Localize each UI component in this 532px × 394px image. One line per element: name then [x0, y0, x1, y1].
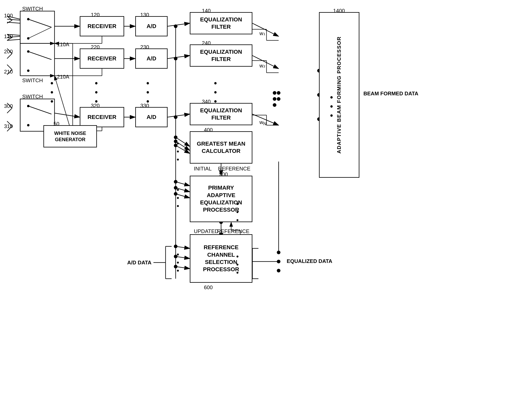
label-110a: 110A	[57, 41, 69, 48]
label-50: 50	[53, 121, 59, 127]
svg-point-97	[277, 260, 280, 263]
dots-paep-in: •••	[177, 186, 179, 210]
label-200: 200	[4, 48, 13, 55]
svg-point-72	[273, 91, 276, 95]
reference-top-label: REFERENCE	[218, 166, 250, 172]
eq-filter-1: EQUALIZATIONFILTER	[190, 12, 252, 34]
switch1-label: SWITCH	[22, 6, 43, 12]
label-500: 500	[219, 171, 228, 177]
label-130: 130	[140, 12, 149, 18]
reference-bot-label: REFERENCE	[217, 228, 249, 234]
svg-point-25	[27, 69, 30, 72]
ad-data-label: A/D DATA	[127, 259, 151, 266]
svg-line-6	[7, 19, 20, 20]
svg-line-69	[252, 23, 279, 36]
abfp-block: ADAPTIVE BEAM FORMING PROCESSOR	[319, 12, 359, 178]
label-120: 120	[91, 12, 99, 18]
dots-eq: •••	[214, 79, 217, 106]
svg-point-98	[277, 269, 280, 272]
svg-rect-3	[20, 43, 55, 76]
paep-block: PRIMARYADAPTIVEEQUALIZATIONPROCESSOR	[190, 176, 252, 222]
ad-2: A/D	[135, 48, 168, 69]
svg-rect-2	[20, 11, 55, 43]
svg-line-44	[168, 23, 190, 26]
receiver-3: RECEIVER	[80, 107, 124, 127]
label-210a: 210A	[57, 74, 69, 80]
gmc-block: GREATEST MEANCALCULATOR	[190, 131, 252, 164]
svg-point-48	[174, 24, 177, 28]
switch2-label: SWITCH	[22, 77, 43, 84]
svg-point-76	[277, 97, 280, 101]
receiver-1: RECEIVER	[80, 16, 124, 36]
label-140: 140	[202, 8, 211, 14]
ad-3: A/D	[135, 107, 168, 127]
svg-line-64	[176, 246, 190, 248]
svg-point-75	[277, 91, 280, 95]
dots-rcsp-in: •••	[177, 250, 179, 275]
switch3-label: SWITCH	[22, 93, 43, 100]
beam-formed-data-label: BEAM FORMED DATA	[363, 90, 418, 97]
label-1400: 1400	[333, 8, 345, 14]
label-wn: wN	[259, 119, 266, 126]
label-210: 210	[4, 69, 13, 75]
rcsp-block: REFERENCECHANNELSELECTIONPROCESSOR	[190, 234, 252, 283]
label-300: 300	[4, 103, 13, 109]
dots-gmc-in: •••	[177, 139, 179, 164]
svg-line-58	[176, 182, 190, 186]
dots-abfp: •••	[330, 93, 333, 120]
svg-point-33	[27, 124, 30, 126]
svg-point-50	[174, 115, 177, 119]
label-w2: w₂	[259, 62, 265, 69]
eq-filter-3: EQUALIZATIONFILTER	[190, 103, 252, 125]
ad-1: A/D	[135, 16, 168, 36]
dots-receivers: •••	[95, 79, 98, 106]
dots-rcsp-right: •••	[236, 252, 239, 277]
label-340: 340	[202, 98, 211, 105]
eq-filter-2: EQUALIZATIONFILTER	[190, 44, 252, 67]
label-220: 220	[91, 44, 99, 50]
svg-point-73	[273, 97, 276, 101]
label-100: 100	[4, 12, 13, 19]
equalized-data-label: EQUALIZED DATA	[287, 258, 332, 264]
svg-point-49	[174, 57, 177, 60]
receiver-2: RECEIVER	[80, 48, 124, 69]
label-400: 400	[204, 127, 213, 133]
initial-label: INITIAL	[194, 166, 212, 172]
label-w1: w₁	[259, 30, 265, 36]
label-110: 110	[4, 33, 13, 40]
dots-switches: •••	[51, 79, 53, 106]
svg-line-45	[168, 56, 190, 59]
white-noise-gen: WHITE NOISEGENERATOR	[43, 125, 97, 147]
svg-line-35	[55, 113, 80, 117]
label-240: 240	[202, 40, 211, 46]
svg-line-46	[168, 114, 190, 117]
label-600: 600	[204, 284, 213, 290]
dots-ad: •••	[146, 79, 149, 106]
label-230: 230	[140, 44, 149, 50]
updated-label: UPDATED	[194, 228, 218, 234]
label-310: 310	[4, 123, 13, 130]
svg-line-70	[252, 56, 279, 69]
svg-point-74	[273, 103, 276, 107]
dots-paep-right: •••	[236, 200, 239, 224]
